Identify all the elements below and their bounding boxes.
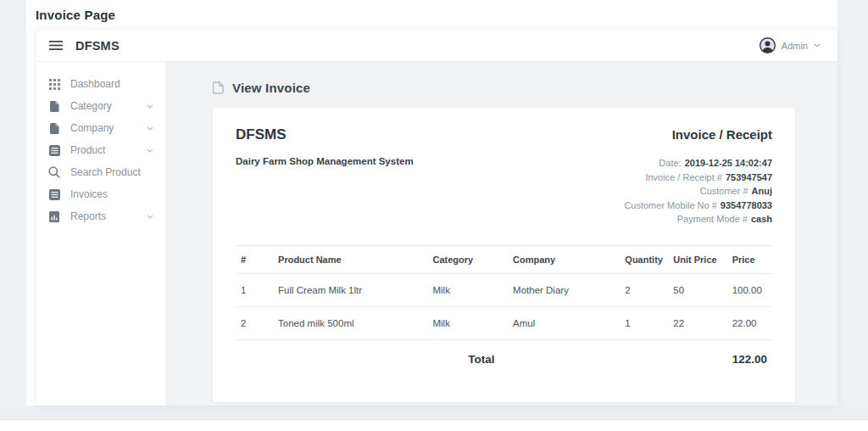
sidebar-item-label: Product	[70, 144, 105, 156]
col-header: Product Name	[273, 245, 427, 273]
file-icon	[48, 123, 60, 134]
cell-category: Milk	[427, 306, 508, 339]
table-row: 1 Full Cream Milk 1ltr Milk Mother Diary…	[236, 273, 772, 306]
invoice-subtitle: Dairy Farm Shop Management System	[236, 156, 414, 227]
page-gutter-right	[837, 0, 868, 406]
detail-label: Date:	[659, 158, 681, 168]
search-icon	[48, 166, 60, 178]
sidebar-item-label: Company	[70, 122, 114, 134]
menu-toggle-icon[interactable]	[47, 38, 64, 53]
grid-icon	[48, 79, 60, 90]
invoice-doc-title: Invoice / Receipt	[672, 127, 772, 142]
page-title: Invoice Page	[36, 8, 115, 22]
sidebar-item-category[interactable]: Category	[36, 95, 165, 117]
detail-value: cash	[751, 214, 772, 224]
detail-label: Invoice / Receipt #	[645, 172, 722, 182]
invoice-brand: DFSMS	[236, 126, 287, 143]
detail-value: 2019-12-25 14:02:47	[685, 158, 772, 168]
file-icon	[48, 101, 60, 112]
col-header: Category	[427, 245, 508, 273]
cell-price: 100.00	[727, 273, 772, 306]
detail-label: Customer Mobile No #	[624, 200, 716, 210]
cell-quantity: 2	[620, 273, 668, 306]
cell-unit-price: 50	[668, 273, 726, 306]
invoice-detail-line: Invoice / Receipt #753947547	[624, 171, 772, 185]
sidebar-item-company[interactable]: Company	[36, 117, 165, 139]
col-header: #	[236, 245, 273, 273]
invoice-details: Date:2019-12-25 14:02:47 Invoice / Recei…	[624, 156, 772, 227]
cell-company: Mother Diary	[508, 273, 620, 306]
list-icon	[48, 145, 60, 156]
sidebar-item-search-product[interactable]: Search Product	[36, 161, 165, 183]
invoice-card-header: DFSMS Invoice / Receipt	[236, 126, 772, 143]
col-header: Price	[727, 245, 772, 273]
chevron-down-icon	[147, 148, 153, 153]
cell-product-name: Toned milk 500ml	[273, 306, 427, 339]
chevron-down-icon	[147, 126, 153, 131]
cell-index: 1	[236, 273, 273, 306]
document-icon	[213, 81, 224, 94]
admin-dropdown[interactable]: Admin	[760, 37, 821, 53]
app-frame: DFSMS Admin	[36, 30, 837, 406]
avatar	[760, 37, 776, 53]
total-value: 122.00	[727, 339, 772, 377]
invoice-card: DFSMS Invoice / Receipt Dairy Farm Shop …	[213, 108, 795, 402]
page-section-title: View Invoice	[232, 81, 310, 95]
chevron-down-icon	[147, 104, 153, 109]
sidebar-item-invoices[interactable]: Invoices	[36, 183, 165, 205]
invoice-items-table: # Product Name Category Company Quantity…	[236, 245, 772, 377]
cell-index: 2	[236, 306, 273, 339]
invoice-detail-line: Date:2019-12-25 14:02:47	[624, 156, 772, 171]
frame-body: Dashboard Category	[36, 62, 837, 406]
page-gutter-left	[0, 0, 26, 406]
topbar-left: DFSMS	[47, 38, 120, 53]
invoice-detail-line: Customer Mobile No #9354778033	[624, 199, 772, 213]
page-bottom-band	[0, 406, 868, 420]
sidebar-item-dashboard[interactable]: Dashboard	[36, 73, 165, 95]
table-row: 2 Toned milk 500ml Milk Amul 1 22 22.00	[236, 306, 772, 339]
cell-company: Amul	[508, 306, 620, 339]
sidebar: Dashboard Category	[36, 62, 165, 406]
invoice-meta-row: Dairy Farm Shop Management System Date:2…	[236, 156, 772, 227]
table-total-row: Total 122.00	[236, 339, 772, 377]
invoice-detail-line: Customer #Anuj	[624, 184, 772, 199]
topbar: DFSMS Admin	[36, 30, 837, 62]
sidebar-item-label: Reports	[70, 210, 106, 222]
detail-value: Anuj	[752, 186, 772, 196]
detail-label: Payment Mode #	[677, 214, 748, 224]
col-header: Company	[508, 245, 620, 273]
cell-price: 22.00	[727, 306, 772, 339]
sidebar-item-reports[interactable]: Reports	[36, 205, 165, 227]
detail-value: 9354778033	[721, 200, 772, 210]
detail-value: 753947547	[726, 172, 772, 182]
chevron-down-icon	[814, 43, 821, 48]
col-header: Quantity	[620, 245, 668, 273]
sidebar-item-product[interactable]: Product	[36, 139, 165, 161]
brand-link[interactable]: DFSMS	[75, 39, 120, 53]
col-header: Unit Price	[668, 245, 726, 273]
table-header-row: # Product Name Category Company Quantity…	[236, 245, 772, 273]
view-invoice-heading: View Invoice	[213, 81, 795, 95]
cell-quantity: 1	[620, 306, 668, 339]
sidebar-item-label: Category	[70, 100, 112, 112]
chevron-down-icon	[147, 215, 153, 219]
cell-unit-price: 22	[668, 306, 726, 339]
sidebar-item-label: Dashboard	[70, 78, 120, 90]
total-label: Total	[236, 339, 727, 377]
detail-label: Customer #	[700, 186, 748, 196]
main-content: View Invoice DFSMS Invoice / Receipt Dai…	[165, 62, 837, 406]
sidebar-item-label: Search Product	[70, 166, 141, 178]
report-icon	[48, 211, 60, 222]
cell-product-name: Full Cream Milk 1ltr	[273, 273, 427, 306]
admin-name: Admin	[782, 41, 808, 51]
cell-category: Milk	[427, 273, 508, 306]
list-icon	[48, 189, 60, 200]
sidebar-item-label: Invoices	[70, 188, 108, 200]
invoice-detail-line: Payment Mode #cash	[624, 212, 772, 227]
